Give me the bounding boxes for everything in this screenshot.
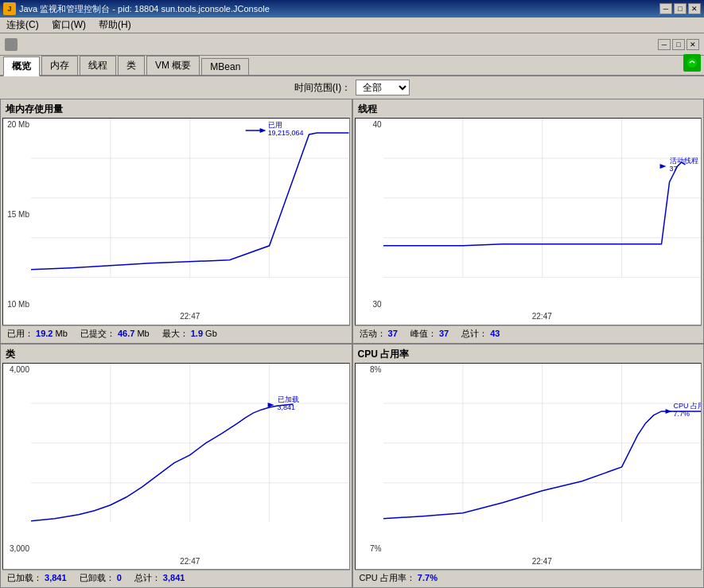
tab-threads[interactable]: 线程 (80, 56, 116, 75)
menu-help[interactable]: 帮助(H) (95, 18, 134, 33)
svg-text:已加载: 已加载 (278, 395, 299, 403)
classes-stat-unloaded: 已卸载： 0 (80, 572, 122, 584)
svg-text:活动线程: 活动线程 (669, 157, 698, 165)
threads-chart: 40 30 活动线程 37 22:47 (355, 118, 702, 325)
menu-connect[interactable]: 连接(C) (3, 18, 42, 33)
svg-marker-21 (659, 164, 666, 169)
threads-title: 线程 (355, 101, 702, 118)
classes-stat-loaded: 已加载： 3,841 (7, 572, 67, 584)
app-icon: J (3, 2, 16, 15)
heap-memory-svg: 已用 19,215,064 (31, 119, 349, 278)
cpu-y-axis: 8% 7% (356, 364, 383, 554)
heap-memory-chart: 20 Mb 15 Mb 10 Mb 已用 (2, 118, 350, 325)
svg-point-0 (687, 58, 697, 68)
classes-svg: 已加载 3,841 (31, 364, 349, 523)
classes-title: 类 (2, 346, 350, 363)
threads-stat-total: 总计： 43 (461, 328, 500, 340)
heap-stat-used: 已用： 19.2 Mb (7, 328, 68, 340)
tabs-bar: 概览 内存 线程 类 VM 概要 MBean (0, 56, 704, 76)
classes-panel: 类 4,000 3,000 已加载 3,841 (0, 344, 352, 589)
svg-text:19,215,064: 19,215,064 (268, 129, 304, 137)
cpu-x-axis: 22:47 (383, 553, 702, 569)
threads-stat-peak: 峰值： 37 (410, 328, 449, 340)
time-range-label: 时间范围(I)： (294, 81, 351, 95)
tab-vm[interactable]: VM 概要 (146, 56, 200, 75)
heap-stats: 已用： 19.2 Mb 已提交： 46.7 Mb 最大： 1.9 Gb (2, 325, 350, 341)
svg-text:已用: 已用 (268, 121, 282, 129)
threads-x-axis: 22:47 (383, 309, 702, 325)
heap-y-axis: 20 Mb 15 Mb 10 Mb (3, 119, 31, 309)
heap-memory-panel: 堆内存使用量 20 Mb 15 Mb 10 Mb (0, 99, 352, 344)
heap-stat-max: 最大： 1.9 Gb (162, 328, 217, 340)
toolbar: ─ □ ✕ (0, 33, 704, 56)
svg-text:CPU 占用率: CPU 占用率 (673, 401, 701, 409)
classes-stat-total: 总计： 3,841 (134, 572, 185, 584)
classes-x-axis: 22:47 (31, 553, 349, 569)
svg-text:37: 37 (669, 165, 677, 173)
menu-bar: 连接(C) 窗口(W) 帮助(H) (0, 18, 704, 33)
svg-text:7.7%: 7.7% (673, 409, 689, 417)
cpu-title: CPU 占用率 (355, 346, 702, 363)
heap-memory-title: 堆内存使用量 (2, 101, 350, 118)
threads-svg: 活动线程 37 (383, 119, 702, 278)
minimize-button[interactable]: ─ (659, 3, 672, 14)
classes-y-axis: 4,000 3,000 (3, 364, 31, 554)
title-bar: J Java 监视和管理控制台 - pid: 18804 sun.tools.j… (0, 0, 704, 18)
threads-panel: 线程 40 30 活动线程 37 (352, 99, 705, 344)
cpu-panel: CPU 占用率 8% 7% CPU 占用率 7. (352, 344, 705, 589)
charts-container: 堆内存使用量 20 Mb 15 Mb 10 Mb (0, 99, 704, 588)
threads-stats: 活动： 37 峰值： 37 总计： 43 (355, 325, 702, 341)
svg-marker-43 (665, 408, 671, 413)
cpu-svg: CPU 占用率 7.7% (383, 364, 702, 523)
tab-overview[interactable]: 概览 (3, 56, 40, 76)
svg-marker-10 (260, 128, 266, 133)
time-range-select[interactable]: 全部 1分钟 5分钟 10分钟 30分钟 1小时 (356, 80, 410, 95)
window-controls[interactable]: ─ □ ✕ (659, 3, 701, 14)
threads-stat-active: 活动： 37 (360, 328, 398, 340)
connect-status-icon (683, 54, 701, 72)
tab-classes[interactable]: 类 (118, 56, 145, 75)
tab-mbean[interactable]: MBean (201, 58, 249, 75)
window-title: Java 监视和管理控制台 - pid: 18804 sun.tools.jco… (19, 3, 270, 15)
inner-maximize[interactable]: □ (672, 39, 685, 50)
threads-y-axis: 40 30 (356, 119, 383, 309)
classes-stats: 已加载： 3,841 已卸载： 0 总计： 3,841 (2, 570, 350, 586)
menu-window[interactable]: 窗口(W) (49, 18, 89, 33)
heap-stat-committed: 已提交： 46.7 Mb (80, 328, 150, 340)
maximize-button[interactable]: □ (674, 3, 686, 14)
toolbar-icon (5, 38, 18, 51)
svg-text:3,841: 3,841 (278, 403, 295, 411)
inner-close[interactable]: ✕ (686, 39, 699, 50)
classes-chart: 4,000 3,000 已加载 3,841 (2, 363, 350, 570)
time-range-bar: 时间范围(I)： 全部 1分钟 5分钟 10分钟 30分钟 1小时 (0, 76, 704, 99)
cpu-stats: CPU 占用率： 7.7% (355, 570, 702, 586)
cpu-stat-usage: CPU 占用率： 7.7% (360, 572, 438, 584)
inner-minimize[interactable]: ─ (658, 39, 671, 50)
cpu-chart: 8% 7% CPU 占用率 7.7% 22: (355, 363, 702, 570)
tab-memory[interactable]: 内存 (41, 56, 78, 75)
heap-x-axis: 22:47 (31, 309, 349, 325)
close-button[interactable]: ✕ (688, 3, 701, 14)
